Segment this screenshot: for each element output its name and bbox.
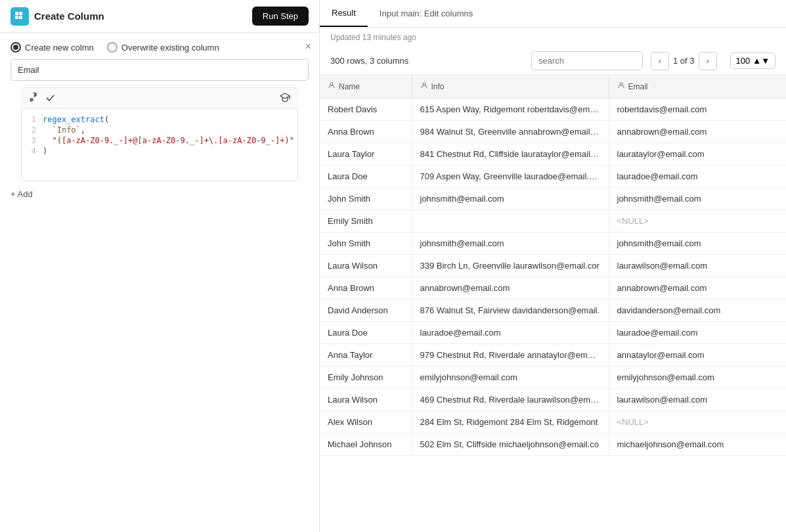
table-row: Laura Wilson469 Chestnut Rd, Riverdale l…	[320, 389, 786, 411]
table-container: Name Info Em	[320, 75, 786, 532]
tabs-header: Result Input main: Edit columns	[320, 0, 786, 28]
table-row: David Anderson876 Walnut St, Fairview da…	[320, 299, 786, 322]
cell-email: johnsmith@email.com	[609, 188, 786, 210]
table-row: Anna Taylor979 Chestnut Rd, Riverdale an…	[320, 344, 786, 366]
pagination: ‹ 1 of 3 ›	[651, 52, 717, 70]
svg-rect-2	[15, 16, 18, 19]
cell-name: Laura Wilson	[320, 389, 412, 411]
right-panel: Result Input main: Edit columns Updated …	[320, 0, 786, 532]
cell-info: johnsmith@email.com	[412, 233, 609, 255]
cell-info: 284 Elm St, Ridgemont 284 Elm St, Ridgem…	[412, 411, 609, 433]
cell-email: <NULL>	[609, 210, 786, 233]
cell-email: laurataylor@email.com	[609, 143, 786, 166]
cell-info: 615 Aspen Way, Ridgemont robertdavis@ema…	[412, 99, 609, 121]
row-col-text: 300 rows, 3 columns	[330, 56, 523, 66]
radio-overwrite[interactable]: Overwrite existing column	[107, 42, 219, 53]
cell-name: Anna Taylor	[320, 344, 412, 366]
per-page-value: 100	[736, 56, 751, 66]
code-line-4: 4 )	[22, 146, 297, 156]
cell-name: Anna Brown	[320, 277, 412, 299]
row-col-bar: 300 rows, 3 columns ‹ 1 of 3 › 100 ▲▼	[320, 47, 786, 75]
search-input[interactable]	[531, 51, 643, 70]
cell-email: johnsmith@email.com	[609, 233, 786, 255]
code-line-3: 3 "([a-zA-Z0-9._-]+@[a-zA-Z0-9._-]+\.[a-…	[22, 135, 297, 146]
prev-page-button[interactable]: ‹	[651, 52, 669, 70]
cell-info: 469 Chestnut Rd, Riverdale laurawilson@e…	[412, 389, 609, 411]
page-title: Create Column	[34, 11, 104, 22]
table-row: Laura Doe709 Aspen Way, Greenville laura…	[320, 166, 786, 188]
cell-name: David Anderson	[320, 299, 412, 322]
svg-point-7	[330, 83, 333, 85]
radio-circle-overwrite	[107, 42, 118, 53]
cell-name: Anna Brown	[320, 121, 412, 143]
table-row: John Smithjohnsmith@email.comjohnsmith@e…	[320, 233, 786, 255]
wrench-icon[interactable]	[29, 93, 39, 104]
radio-create-new[interactable]: Create new colmn	[11, 42, 94, 53]
cell-name: Laura Wilson	[320, 255, 412, 277]
cell-name: Michael Johnson	[320, 433, 412, 456]
cell-email: laurawilson@email.com	[609, 255, 786, 277]
run-step-button[interactable]: Run Step	[252, 7, 309, 26]
left-header: Create Column Run Step	[0, 0, 319, 33]
cell-name: Laura Doe	[320, 322, 412, 344]
cell-info: lauradoe@email.com	[412, 322, 609, 344]
left-header-left: Create Column	[11, 7, 104, 26]
info-col-icon	[420, 81, 428, 91]
column-name-field	[11, 59, 309, 81]
radio-circle-create	[11, 42, 21, 53]
table-row: Michael Johnson502 Elm St, Cliffside mic…	[320, 433, 786, 456]
radio-label-overwrite: Overwrite existing column	[121, 43, 219, 53]
code-editor[interactable]: 1 regex_extract( 2 `Info`, 3 "([a-zA-Z0-…	[21, 109, 298, 181]
cell-email: michaeljohnson@email.com	[609, 433, 786, 456]
cell-name: Emily Smith	[320, 210, 412, 233]
code-toolbar-left	[29, 93, 55, 104]
table-row: Laura Taylor841 Chestnut Rd, Cliffside l…	[320, 143, 786, 166]
column-name-input[interactable]	[11, 59, 309, 81]
close-button[interactable]: ×	[305, 41, 311, 53]
radio-row: Create new colmn Overwrite existing colu…	[0, 33, 319, 59]
table-row: Emily Johnsonemilyjohnson@email.comemily…	[320, 366, 786, 389]
cell-name: Laura Doe	[320, 166, 412, 188]
cell-info: 339 Birch Ln, Greenville laurawilson@ema…	[412, 255, 609, 277]
radio-label-create: Create new colmn	[25, 43, 94, 53]
svg-rect-1	[19, 12, 22, 15]
tab-input-main[interactable]: Input main: Edit columns	[368, 1, 485, 26]
check-icon[interactable]	[45, 93, 55, 104]
cell-email: annabrown@email.com	[609, 121, 786, 143]
cell-info: 979 Chestnut Rd, Riverdale annataylor@em…	[412, 344, 609, 366]
add-button[interactable]: + Add	[11, 189, 33, 199]
svg-point-9	[620, 83, 622, 85]
email-col-icon	[617, 81, 625, 91]
table-row: Laura Doelauradoe@email.comlauradoe@emai…	[320, 322, 786, 344]
cell-email: annabrown@email.com	[609, 277, 786, 299]
svg-rect-0	[15, 12, 18, 15]
cell-name: John Smith	[320, 233, 412, 255]
cell-name: Robert Davis	[320, 99, 412, 121]
per-page-selector[interactable]: 100 ▲▼	[730, 53, 775, 69]
code-line-2: 2 `Info`,	[22, 125, 297, 135]
svg-marker-5	[280, 93, 290, 99]
cell-name: Emily Johnson	[320, 366, 412, 389]
next-page-button[interactable]: ›	[699, 52, 717, 70]
col-header-email: Email	[609, 75, 786, 99]
cell-name: Alex Wilson	[320, 411, 412, 433]
cell-info: 876 Walnut St, Fairview davidanderson@em…	[412, 299, 609, 322]
tab-result[interactable]: Result	[320, 0, 368, 27]
table-row: Laura Wilson339 Birch Ln, Greenville lau…	[320, 255, 786, 277]
table-header-row: Name Info Em	[320, 75, 786, 99]
page-indicator: 1 of 3	[673, 56, 695, 66]
table-row: Alex Wilson284 Elm St, Ridgemont 284 Elm…	[320, 411, 786, 433]
updated-text: Updated 13 minutes ago	[330, 33, 775, 42]
cell-info: 709 Aspen Way, Greenville lauradoe@email…	[412, 166, 609, 188]
cell-email: emilyjohnson@email.com	[609, 366, 786, 389]
cell-info: johnsmith@email.com	[412, 188, 609, 210]
cell-info: 984 Walnut St, Greenville annabrown@emai…	[412, 121, 609, 143]
cell-email: laurawilson@email.com	[609, 389, 786, 411]
app-icon	[11, 7, 29, 26]
code-line-1: 1 regex_extract(	[22, 114, 297, 125]
left-panel: Create Column Run Step Create new colmn …	[0, 0, 320, 532]
graduation-icon[interactable]	[280, 92, 290, 104]
name-col-icon	[328, 81, 336, 91]
per-page-chevron: ▲▼	[753, 56, 770, 66]
table-row: Anna Brownannabrown@email.comannabrown@e…	[320, 277, 786, 299]
